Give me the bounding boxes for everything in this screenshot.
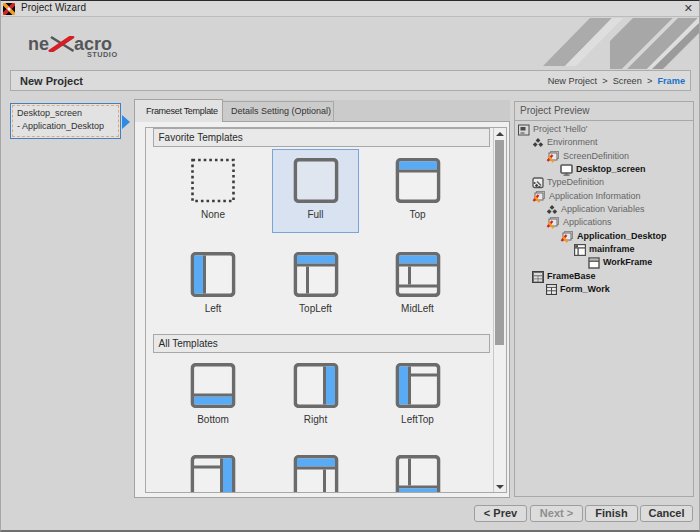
svg-text:ne: ne bbox=[28, 34, 49, 54]
svg-text:STUDIO: STUDIO bbox=[87, 50, 118, 59]
